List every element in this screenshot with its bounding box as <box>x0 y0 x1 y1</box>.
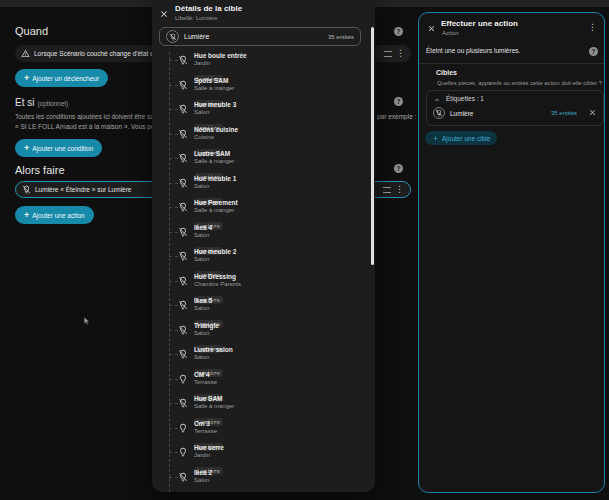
plus-icon: + <box>24 74 29 83</box>
entity-name: Hue boule entrée <box>194 52 365 60</box>
lightbulb-off-icon <box>178 227 188 237</box>
entity-list-item[interactable]: Lustre salon Salon Lumière <box>159 346 365 371</box>
entity-list-item[interactable]: Triangle Salon Lumière <box>159 322 365 347</box>
when-help-icon[interactable]: ? <box>394 27 403 36</box>
entity-list-item[interactable]: Hue meuble 3 Salon Lumière <box>159 101 365 126</box>
lightbulb-off-icon <box>178 398 188 408</box>
entity-name: Hue Parement <box>194 199 365 207</box>
entity-area: Salon <box>194 232 365 239</box>
entity-list-item[interactable]: Hue serre Jardin Lumière <box>159 444 365 469</box>
action-description: Éteint une ou plusieurs lumières. <box>426 47 520 54</box>
add-trigger-button[interactable]: + Ajouter un déclencheur <box>15 69 108 87</box>
entity-list-item[interactable]: Hue meuble 1 Salon Lumière <box>159 175 365 200</box>
targets-description: Quelles pièces, appareils ou entités cet… <box>437 80 602 86</box>
tree-stub-line <box>169 477 178 478</box>
entity-area: Jardin <box>194 452 365 459</box>
chevron-up-icon[interactable] <box>433 96 441 104</box>
lightbulb-off-icon <box>178 472 188 482</box>
tree-stub-line <box>169 207 178 208</box>
and-if-help-icon[interactable]: ? <box>394 97 403 106</box>
lightbulb-off-icon <box>178 129 188 139</box>
entity-list-item[interactable]: Ikea 4 Salon Lumière <box>159 224 365 249</box>
action-row-label: Lumière « Éteindre » sur Lumière <box>35 186 131 193</box>
entity-area: Terrasse <box>194 379 365 386</box>
tree-stub-line <box>169 452 178 453</box>
lightbulb-off-icon <box>178 104 188 114</box>
dialog-title: Détails de la cible <box>175 4 242 13</box>
entity-area: Salle à manger <box>194 85 365 92</box>
entity-list-item[interactable]: Néons cuisine Cuisine Lumière <box>159 126 365 151</box>
panel-title: Effectuer une action <box>441 19 518 28</box>
action-config-panel: Effectuer une action Action ⋮ Éteint une… <box>418 12 605 493</box>
tree-stub-line <box>169 305 178 306</box>
dialog-subtitle: Libellé: Lumière <box>175 15 217 21</box>
lightbulb-icon <box>178 423 188 433</box>
drag-handle-icon[interactable] <box>384 51 392 57</box>
entity-area: Terrasse <box>194 428 365 435</box>
entity-name: Hue meuble 2 <box>194 248 365 256</box>
add-condition-button[interactable]: + Ajouter une condition <box>15 139 102 157</box>
lightbulb-off-icon <box>178 251 188 261</box>
entity-area: Salon <box>194 330 365 337</box>
entity-list-item[interactable]: Spots SAM Salle à manger Lumière <box>159 77 365 102</box>
entity-list-item[interactable]: Ikea 2 Salon Lumière <box>159 469 365 493</box>
lightbulb-off-icon <box>178 55 188 65</box>
tree-stub-line <box>169 134 178 135</box>
and-if-heading-text: Et si <box>15 97 34 108</box>
action-menu-icon[interactable]: ⋮ <box>395 185 404 194</box>
remove-target-icon[interactable] <box>588 108 597 117</box>
tree-stub-line <box>169 403 178 404</box>
entity-area: Salon <box>194 256 365 263</box>
target-name: Lumière <box>450 110 473 117</box>
tree-stub-line <box>169 330 178 331</box>
labels-group-header[interactable]: Étiquettes : 1 <box>446 95 484 102</box>
entity-list-item[interactable]: Cm 3 Terrasse Lumière <box>159 420 365 445</box>
tree-stub-line <box>169 379 178 380</box>
add-target-button[interactable]: Ajouter une cible <box>425 131 497 145</box>
entity-name: CM 4 <box>194 371 365 379</box>
drag-handle-icon[interactable] <box>383 187 391 193</box>
automation-editor-screen: Quand ? Lorsque Scénario couché change d… <box>0 0 609 500</box>
close-icon[interactable] <box>427 24 436 33</box>
entity-area: Jardin <box>194 60 365 67</box>
entity-area: Cuisine <box>194 134 365 141</box>
entity-name: Spots SAM <box>194 77 365 85</box>
panel-menu-icon[interactable]: ⋮ <box>588 22 597 32</box>
then-section-title: Alors faire <box>15 164 65 176</box>
entity-list-item[interactable]: Hue Dressing Chambre Parents Lumière <box>159 273 365 298</box>
optional-label: (optionnel) <box>37 100 68 107</box>
entity-list-item[interactable]: Hue SAM Salle à manger Lumière <box>159 395 365 420</box>
dialog-scrollbar[interactable] <box>371 27 374 265</box>
tree-stub-line <box>169 183 178 184</box>
lightbulb-off-icon <box>166 30 179 43</box>
lightbulb-off-icon <box>178 300 188 310</box>
trigger-menu-icon[interactable]: ⋮ <box>396 49 405 58</box>
entity-area: Salle à manger <box>194 207 365 214</box>
entity-name: Ikea 4 <box>194 224 365 232</box>
lightbulb-off-icon <box>178 202 188 212</box>
entity-list-item[interactable]: Ikea 5 Salon Lumière <box>159 297 365 322</box>
entity-list-item[interactable]: Hue boule entrée Jardin Lumière <box>159 52 365 77</box>
label-chip[interactable]: Lumière 35 entités <box>159 27 361 46</box>
entity-name: Hue meuble 3 <box>194 101 365 109</box>
target-entity-count-link[interactable]: 35 entités <box>551 110 577 116</box>
lightbulb-off-icon <box>178 276 188 286</box>
tree-stub-line <box>169 60 178 61</box>
entity-list-item[interactable]: Lustre SAM Salle à manger Lumière <box>159 150 365 175</box>
entity-name: Hue SAM <box>194 395 365 403</box>
lightbulb-icon <box>178 447 188 457</box>
lightbulb-icon <box>178 374 188 384</box>
then-help-icon[interactable]: ? <box>394 164 403 173</box>
entity-name: Triangle <box>194 322 365 330</box>
add-trigger-label: Ajouter un déclencheur <box>32 75 99 82</box>
entity-name: Ikea 2 <box>194 469 365 477</box>
entity-name: Néons cuisine <box>194 126 365 134</box>
entity-list-item[interactable]: Hue meuble 2 Salon Lumière <box>159 248 365 273</box>
entity-list-item[interactable]: Hue Parement Salle à manger Lumière <box>159 199 365 224</box>
close-icon[interactable] <box>159 9 169 19</box>
entity-list-item[interactable]: CM 4 Terrasse Lumière <box>159 371 365 396</box>
and-if-section-title: Et si(optionnel) <box>15 97 68 108</box>
entity-name: Lustre salon <box>194 346 365 354</box>
description-help-icon[interactable]: ? <box>589 47 598 56</box>
add-action-button[interactable]: + Ajouter une action <box>15 206 94 224</box>
